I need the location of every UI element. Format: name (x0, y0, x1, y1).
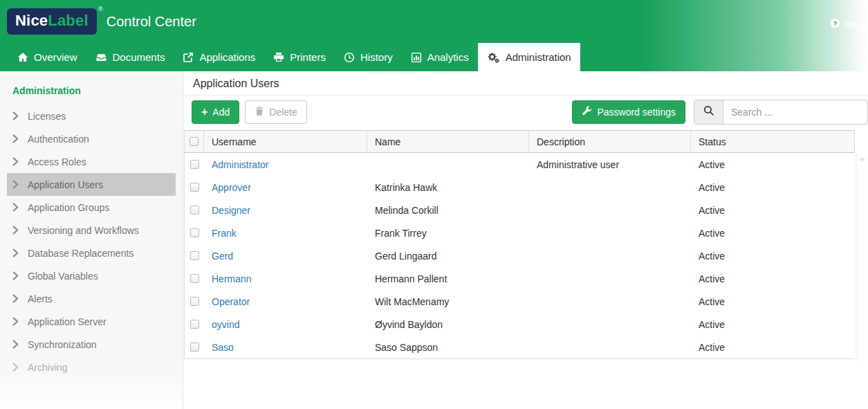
sidebar-item[interactable]: Application Server (7, 310, 176, 333)
username-cell: Administrator (204, 153, 367, 176)
column-header-username[interactable]: Username (204, 131, 367, 152)
main-nav: Overview Documents Applications Printers… (0, 43, 868, 71)
add-button[interactable]: + Add (192, 100, 239, 124)
status-cell: Active (691, 336, 856, 358)
delete-button-label: Delete (269, 107, 297, 118)
sidebar-item[interactable]: Database Replacements (7, 242, 176, 264)
username-link[interactable]: Gerd (212, 251, 233, 262)
description-cell (529, 290, 691, 313)
table-header-row: Username Name Description Status (184, 130, 855, 153)
sidebar-item[interactable]: Versioning and Workflows (7, 219, 176, 242)
username-link[interactable]: Operator (212, 296, 250, 307)
sidebar-item[interactable]: Global Variables (7, 264, 176, 287)
username-cell: Designer (204, 199, 367, 221)
applications-icon (183, 52, 194, 63)
nav-tab-label: Applications (199, 51, 255, 63)
column-header-name[interactable]: Name (367, 131, 529, 152)
toolbar: + Add Delete Password settings (183, 96, 868, 130)
sidebar-item-list: Licenses Authentication Access Roles App… (0, 104, 183, 379)
sidebar-item[interactable]: Alerts (7, 287, 176, 310)
nav-tab-history[interactable]: History (335, 43, 402, 71)
nav-tab-administration[interactable]: Administration (478, 43, 580, 71)
username-link[interactable]: oyvind (212, 319, 239, 330)
sidebar-item[interactable]: Archiving (7, 356, 176, 379)
row-checkbox[interactable] (190, 251, 199, 260)
username-cell: Frank (204, 221, 367, 244)
username-link[interactable]: Approver (212, 182, 251, 193)
chevron-right-icon (12, 363, 19, 372)
description-cell (529, 336, 691, 358)
page-title: Application Users (183, 71, 868, 90)
nav-tab-label: Analytics (427, 51, 469, 63)
sidebar-heading: Administration (0, 78, 183, 104)
row-checkbox[interactable] (190, 228, 199, 237)
username-link[interactable]: Hermann (212, 273, 252, 284)
username-link[interactable]: Designer (212, 205, 250, 216)
help-link[interactable]: ? Help (830, 18, 864, 30)
sidebar-item[interactable]: Synchronization (7, 333, 176, 356)
description-cell (529, 313, 691, 336)
nav-tab-printers[interactable]: Printers (264, 43, 335, 71)
documents-icon (95, 52, 107, 63)
row-checkbox[interactable] (190, 320, 199, 329)
nav-tab-applications[interactable]: Applications (174, 43, 264, 71)
row-checkbox[interactable] (190, 343, 199, 352)
sidebar-item[interactable]: Access Roles (7, 150, 176, 173)
description-cell (529, 199, 691, 221)
search-button[interactable] (694, 100, 723, 124)
sidebar-item[interactable]: Application Groups (7, 196, 176, 219)
sidebar-item-label: Access Roles (28, 156, 86, 167)
status-cell: Active (691, 313, 856, 336)
add-button-label: Add (212, 107, 230, 118)
password-settings-label: Password settings (597, 107, 676, 118)
sidebar-item[interactable]: Licenses (7, 104, 176, 127)
chevron-right-icon (12, 226, 19, 235)
app-title: Control Center (107, 14, 196, 30)
table-row: Saso Saso Sappson Active (185, 336, 854, 358)
chevron-right-icon (12, 271, 19, 280)
registered-mark: ® (98, 6, 103, 12)
analytics-icon (411, 52, 422, 63)
username-link[interactable]: Saso (212, 342, 234, 353)
row-checkbox[interactable] (190, 297, 199, 306)
name-cell: Øyvind Bayldon (367, 313, 529, 336)
nav-tab-documents[interactable]: Documents (86, 43, 174, 71)
history-icon (344, 52, 355, 63)
admin-sidebar: Administration Licenses Authentication A… (0, 71, 183, 409)
row-checkbox[interactable] (190, 160, 199, 169)
row-checkbox[interactable] (190, 206, 199, 215)
delete-button[interactable]: Delete (245, 100, 306, 124)
row-checkbox-cell (185, 336, 204, 358)
sidebar-item-label: Application Groups (28, 202, 109, 213)
sidebar-item[interactable]: Authentication (7, 127, 176, 150)
svg-text:?: ? (833, 20, 838, 27)
username-cell: Approver (204, 176, 367, 199)
table-row: Designer Melinda Corkill Active (185, 199, 854, 221)
column-header-status[interactable]: Status (691, 131, 856, 152)
chevron-right-icon (12, 134, 19, 143)
sidebar-item[interactable]: Application Users (7, 173, 176, 196)
description-cell (529, 176, 691, 199)
nav-tab-analytics[interactable]: Analytics (402, 43, 478, 71)
table-row: Hermann Hermann Pallent Active (185, 267, 854, 290)
username-link[interactable]: Administrator (212, 159, 268, 170)
logo-text-primary: Nice (15, 12, 48, 29)
app-header: NiceLabel ® Control Center ? Help Overvi… (0, 0, 868, 71)
row-checkbox-cell (185, 244, 204, 267)
username-cell: oyvind (204, 313, 367, 336)
column-header-description[interactable]: Description (529, 131, 691, 152)
row-checkbox-cell (185, 221, 204, 244)
table-scrollbar[interactable] (856, 153, 868, 361)
wrench-icon (582, 106, 592, 118)
username-cell: Operator (204, 290, 367, 313)
password-settings-button[interactable]: Password settings (572, 100, 685, 124)
search-input[interactable] (723, 100, 867, 124)
select-all-checkbox[interactable] (190, 137, 198, 146)
status-cell: Active (691, 153, 856, 176)
username-link[interactable]: Frank (212, 228, 237, 239)
row-checkbox[interactable] (190, 183, 199, 192)
name-cell (367, 153, 529, 176)
row-checkbox[interactable] (190, 274, 199, 283)
nav-tab-overview[interactable]: Overview (8, 43, 86, 71)
chevron-right-icon (12, 248, 19, 257)
